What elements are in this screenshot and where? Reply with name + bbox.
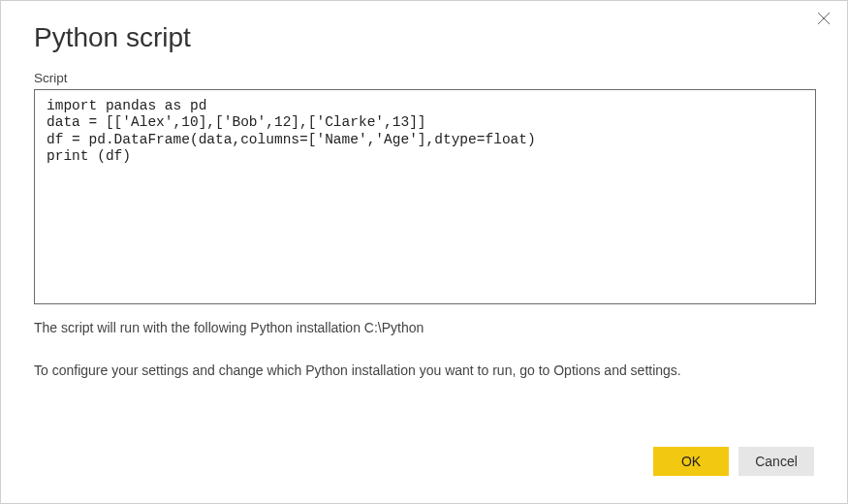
ok-button[interactable]: OK — [653, 447, 729, 476]
dialog-content: Python script Script import pandas as pd… — [1, 1, 847, 378]
configure-text: To configure your settings and change wh… — [34, 362, 814, 378]
close-icon — [817, 12, 831, 29]
dialog-button-row: OK Cancel — [653, 447, 814, 476]
script-input[interactable]: import pandas as pd data = [['Alex',10],… — [34, 89, 816, 304]
script-label: Script — [34, 71, 814, 85]
dialog-title: Python script — [34, 22, 814, 53]
cancel-button[interactable]: Cancel — [738, 447, 814, 476]
close-button[interactable] — [814, 11, 833, 30]
python-script-dialog: Python script Script import pandas as pd… — [0, 0, 848, 504]
install-path-text: The script will run with the following P… — [34, 320, 814, 335]
